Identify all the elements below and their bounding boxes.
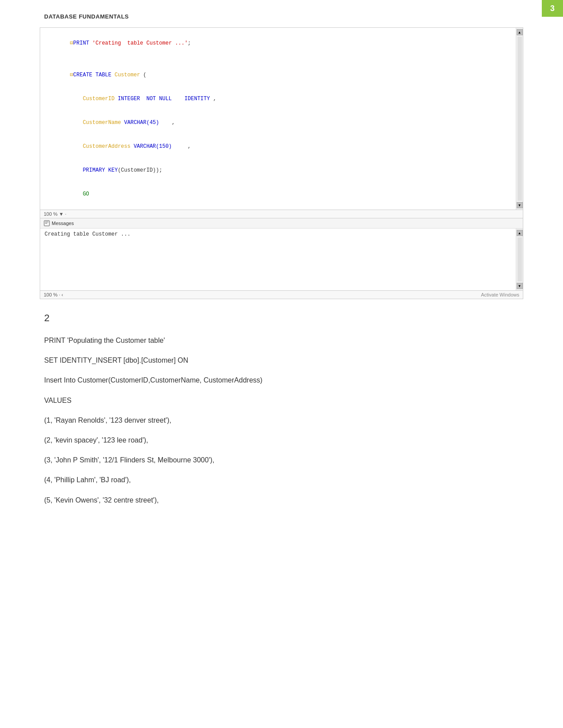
messages-text: Creating table Customer ...	[45, 231, 130, 237]
activate-windows-text: Activate Windows	[481, 292, 519, 297]
messages-scrollbar[interactable]: ▲ ▼	[516, 229, 523, 290]
sql-editor-inner: ⊟PRINT 'Creating table Customer ...'; ⊟C…	[40, 28, 523, 210]
code-line-col2: CustomerName VARCHAR(45) ,	[45, 111, 511, 135]
sql-text-block: PRINT 'Populating the Customer table' SE…	[44, 334, 519, 506]
code-col2-comma: ,	[159, 120, 175, 126]
messages-content[interactable]: Creating table Customer ...	[40, 229, 516, 290]
code-create-keyword: CREATE TABLE	[73, 72, 115, 78]
code-col3-comma: ,	[172, 143, 191, 150]
sql-line-5: (2, 'kevin spacey', '123 lee road'),	[44, 434, 519, 446]
sql-line-3: VALUES	[44, 394, 519, 406]
code-col1-spaces	[70, 96, 83, 102]
page-number-badge: 3	[542, 0, 563, 17]
sql-line-2: Insert Into Customer(CustomerID,Customer…	[44, 374, 519, 386]
code-line-print: ⊟PRINT 'Creating table Customer ...';	[45, 31, 511, 55]
sql-line-6: (3, 'John P Smith', '12/1 Flinders St, M…	[44, 454, 519, 466]
messages-header: Messages	[40, 218, 523, 229]
code-print-text: PRINT	[73, 40, 92, 46]
scroll-track	[518, 37, 522, 201]
messages-panel: Messages Creating table Customer ... ▲ ▼…	[40, 218, 523, 299]
code-print-string: 'Creating table Customer ...'	[92, 40, 188, 46]
code-col3-name: CustomerAddress	[83, 143, 133, 150]
page-title: DATABASE FUNDAMENTALS	[44, 13, 129, 20]
page-number-text: 3	[550, 4, 555, 13]
sql-line-0: PRINT 'Populating the Customer table'	[44, 334, 519, 346]
sql-line-4: (1, 'Rayan Renolds', '123 denver street'…	[44, 414, 519, 426]
msg-scroll-track	[518, 237, 522, 281]
sql-line-1: SET IDENTITY_INSERT [dbo].[Customer] ON	[44, 354, 519, 366]
scroll-up-btn[interactable]: ▲	[517, 29, 523, 35]
code-print-keyword: ⊟	[70, 40, 73, 46]
editor-statusbar: 100 % ▼ ·	[40, 210, 523, 218]
code-col1-type: INTEGER NOT NULL IDENTITY	[118, 96, 210, 102]
code-create-symbol: ⊟	[70, 72, 73, 78]
code-col3-type: VARCHAR(150)	[134, 143, 172, 150]
code-col2-spaces	[70, 120, 83, 126]
page-header: DATABASE FUNDAMENTALS	[0, 0, 563, 27]
code-pk-spaces	[70, 167, 83, 173]
code-col3-spaces	[70, 143, 83, 150]
scroll-down-btn[interactable]: ▼	[517, 202, 523, 208]
code-col2-type: VARCHAR(45)	[124, 120, 159, 126]
code-create-table: Customer	[114, 72, 140, 78]
code-go-keyword: GO	[70, 191, 89, 197]
code-line-create: ⊟CREATE TABLE Customer (	[45, 63, 511, 87]
sql-line-8: (5, 'Kevin Owens', '32 centre street'),	[44, 494, 519, 506]
code-col2-name: CustomerName	[83, 120, 124, 126]
messages-statusbar: 100 % · ‹ Activate Windows	[40, 290, 523, 299]
section-number: 2	[44, 312, 519, 324]
code-create-paren: (	[140, 72, 146, 78]
sql-line-7: (4, 'Phillip Lahm', 'BJ road'),	[44, 474, 519, 486]
messages-body: Creating table Customer ... ▲ ▼	[40, 229, 523, 290]
msg-scroll-up-btn[interactable]: ▲	[517, 230, 523, 236]
code-line-blank1	[45, 55, 511, 63]
code-pk-keyword: PRIMARY KEY	[83, 167, 117, 173]
editor-zoom: 100 % ▼ ·	[44, 211, 66, 217]
code-pk-col: (CustomerID));	[118, 167, 162, 173]
sql-editor-container: ⊟PRINT 'Creating table Customer ...'; ⊟C…	[40, 27, 523, 299]
code-line-go: GO	[45, 182, 511, 206]
code-line-col1: CustomerID INTEGER NOT NULL IDENTITY ,	[45, 87, 511, 111]
sql-code-area[interactable]: ⊟PRINT 'Creating table Customer ...'; ⊟C…	[40, 28, 516, 210]
msg-scroll-down-btn[interactable]: ▼	[517, 283, 523, 289]
section-2-content: 2 PRINT 'Populating the Customer table' …	[0, 299, 563, 506]
code-line-pk: PRIMARY KEY(CustomerID));	[45, 158, 511, 182]
code-line-col3: CustomerAddress VARCHAR(150) ,	[45, 135, 511, 158]
messages-label: Messages	[52, 221, 74, 226]
sql-editor-scrollbar[interactable]: ▲ ▼	[516, 28, 523, 210]
messages-icon	[44, 220, 50, 226]
messages-zoom: 100 % · ‹	[44, 292, 63, 297]
code-col1-name: CustomerID	[83, 96, 117, 102]
code-col1-comma: ,	[210, 96, 216, 102]
code-print-semi: ;	[188, 40, 191, 46]
